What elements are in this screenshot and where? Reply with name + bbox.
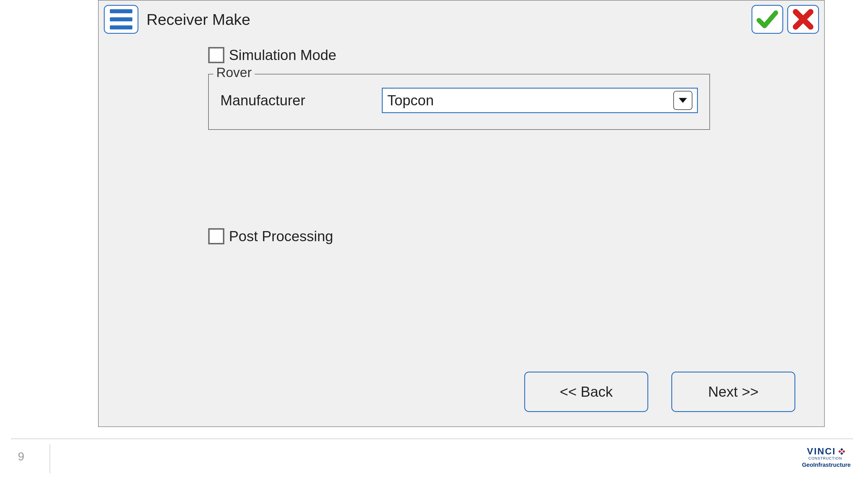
logo-subtitle-2: GeoInfrastructure [802, 462, 851, 468]
app-window: Receiver Make Simulation Mode Rover [98, 0, 825, 427]
post-processing-row: Post Processing [208, 228, 795, 245]
confirm-button[interactable] [751, 5, 783, 34]
simulation-mode-checkbox[interactable] [208, 47, 224, 63]
manufacturer-dropdown[interactable]: Topcon [382, 88, 698, 113]
simulation-mode-row: Simulation Mode [208, 47, 795, 63]
page-number: 9 [18, 450, 24, 463]
menu-button[interactable] [104, 5, 138, 34]
back-button[interactable]: << Back [524, 372, 648, 412]
svg-rect-2 [840, 448, 843, 451]
logo-icon [838, 448, 846, 456]
rover-fieldset: Rover Manufacturer Topcon [208, 74, 710, 130]
next-button[interactable]: Next >> [671, 372, 795, 412]
svg-rect-3 [840, 452, 843, 455]
rover-legend: Rover [213, 65, 255, 80]
post-processing-checkbox[interactable] [208, 228, 224, 244]
post-processing-label: Post Processing [229, 228, 333, 245]
brand-logo: VINCI CONSTRUCTION GeoInfrastructure [802, 446, 851, 468]
page-title: Receiver Make [147, 10, 250, 28]
manufacturer-value: Topcon [387, 92, 673, 109]
simulation-mode-label: Simulation Mode [229, 47, 336, 63]
slide: Receiver Make Simulation Mode Rover [0, 0, 868, 487]
manufacturer-row: Manufacturer Topcon [220, 88, 698, 113]
content-area: Simulation Mode Rover Manufacturer Topco… [99, 38, 824, 245]
close-icon [792, 8, 814, 31]
svg-rect-1 [842, 450, 845, 453]
button-bar: << Back Next >> [524, 372, 795, 412]
page-number-divider [50, 444, 50, 473]
cancel-button[interactable] [787, 5, 819, 34]
footer-divider [11, 438, 853, 439]
svg-rect-0 [838, 450, 841, 453]
manufacturer-label: Manufacturer [220, 92, 370, 109]
check-icon [756, 8, 779, 31]
chevron-down-icon [673, 91, 692, 110]
logo-brand: VINCI [802, 446, 851, 457]
hamburger-icon [110, 9, 132, 13]
logo-subtitle-1: CONSTRUCTION [802, 456, 851, 460]
titlebar: Receiver Make [99, 1, 824, 38]
